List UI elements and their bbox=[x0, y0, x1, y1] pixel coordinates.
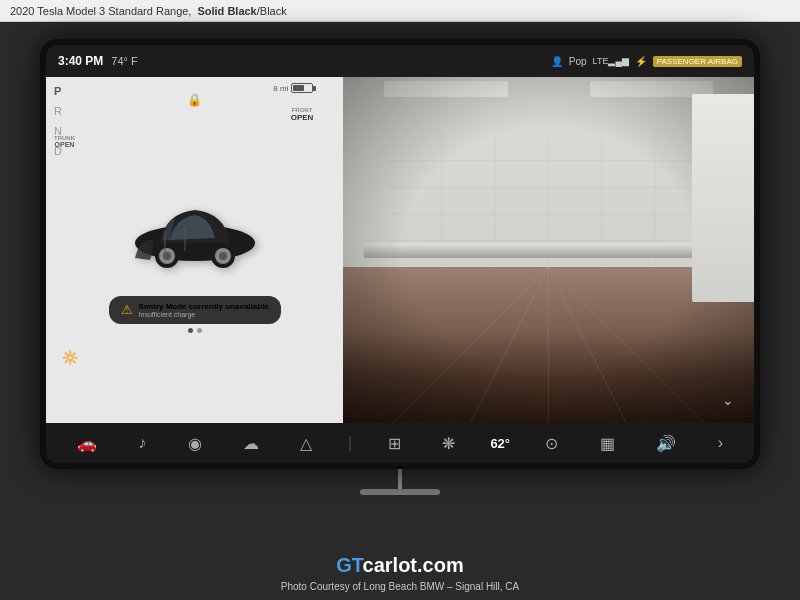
watermark-gt: GT bbox=[336, 554, 362, 576]
dot-2 bbox=[197, 328, 202, 333]
header-color1: Solid Black bbox=[197, 5, 256, 17]
rear-bumper bbox=[363, 243, 734, 258]
fan-icon[interactable]: ❋ bbox=[436, 430, 461, 457]
volume-icon[interactable]: 🔊 bbox=[650, 430, 682, 457]
signal-icon: LTE▂▄▆ bbox=[593, 56, 629, 66]
status-time: 3:40 PM bbox=[58, 54, 103, 68]
ceiling-light-left bbox=[384, 81, 507, 97]
left-door-label: TRUNK OPEN bbox=[54, 135, 75, 148]
watermark-carlot: carlot.com bbox=[363, 554, 464, 576]
watermark: GTcarlot.com bbox=[336, 554, 463, 577]
status-icons: 👤 Pop LTE▂▄▆ ⚡ PASSENGER AIRBAG bbox=[551, 56, 742, 67]
defrost-rear-icon[interactable]: ▦ bbox=[594, 430, 621, 457]
bottom-toolbar: 🚗 ♪ ◉ ☁ △ | ⊞ ❋ 62° ⊙ ▦ 🔊 › bbox=[46, 423, 754, 463]
status-bar: 3:40 PM 74° F 👤 Pop LTE▂▄▆ ⚡ PASSENGER A… bbox=[46, 45, 754, 77]
svg-line-21 bbox=[549, 267, 627, 423]
user-icon: 👤 bbox=[551, 56, 563, 67]
svg-line-18 bbox=[393, 267, 549, 423]
header-color2: Black bbox=[260, 5, 287, 17]
defrost-icon[interactable]: ⊙ bbox=[539, 430, 564, 457]
screen-bezel: 3:40 PM 74° F 👤 Pop LTE▂▄▆ ⚡ PASSENGER A… bbox=[40, 39, 760, 469]
sentry-title: Sentry Mode currently unavailable bbox=[139, 302, 269, 311]
svg-point-3 bbox=[163, 252, 171, 260]
screen-base bbox=[360, 489, 440, 495]
apps-icon[interactable]: △ bbox=[294, 430, 318, 457]
sentry-warning-content: Sentry Mode currently unavailable Insuff… bbox=[139, 302, 269, 318]
camera-arrow: ⌄ bbox=[722, 392, 734, 408]
seat-icon[interactable]: ⊞ bbox=[382, 430, 407, 457]
temp-display: 62° bbox=[490, 436, 510, 451]
page-header: 2020 Tesla Model 3 Standard Range, Solid… bbox=[0, 0, 800, 22]
main-content: 3:40 PM 74° F 👤 Pop LTE▂▄▆ ⚡ PASSENGER A… bbox=[0, 22, 800, 512]
lock-icon: 🔒 bbox=[187, 93, 202, 107]
camera-panel: ⌄ bbox=[343, 77, 754, 423]
airbag-label: PASSENGER AIRBAG bbox=[653, 56, 742, 67]
right-arrow-icon[interactable]: › bbox=[712, 430, 729, 456]
bluetooth-icon: ⚡ bbox=[635, 56, 647, 67]
screen-content: 3:40 PM 74° F 👤 Pop LTE▂▄▆ ⚡ PASSENGER A… bbox=[46, 45, 754, 463]
car-image bbox=[115, 188, 275, 288]
toolbar-divider: | bbox=[348, 434, 352, 452]
car-display: 🔒 FRONT OPEN TRUNK OPEN bbox=[54, 85, 335, 415]
sentry-sub: Insufficient charge bbox=[139, 311, 269, 318]
hazard-icon: 🔆 bbox=[62, 350, 78, 365]
car-icon[interactable]: 🚗 bbox=[71, 430, 103, 457]
left-panel: P R N D 8 mi 🔒 bbox=[46, 77, 343, 423]
music-icon[interactable]: ♪ bbox=[132, 430, 152, 456]
svg-line-22 bbox=[549, 267, 705, 423]
camera-icon[interactable]: ◉ bbox=[182, 430, 208, 457]
photo-credit: Photo Courtesy of Long Beach BMW – Signa… bbox=[281, 581, 519, 592]
camera-view: ⌄ bbox=[343, 77, 754, 423]
status-temp: 74° F bbox=[111, 55, 137, 67]
dot-1 bbox=[188, 328, 193, 333]
climate-icon[interactable]: ☁ bbox=[237, 430, 265, 457]
car-title: 2020 Tesla Model 3 Standard Range, bbox=[10, 5, 191, 17]
footer: GTcarlot.com Photo Courtesy of Long Beac… bbox=[0, 512, 800, 600]
sentry-warning: ⚠ Sentry Mode currently unavailable Insu… bbox=[109, 296, 281, 324]
svg-line-19 bbox=[471, 267, 549, 423]
screen-mount bbox=[398, 469, 402, 489]
screen-main: P R N D 8 mi 🔒 bbox=[46, 77, 754, 423]
user-name: Pop bbox=[569, 56, 587, 67]
svg-point-6 bbox=[219, 252, 227, 260]
warning-icon: ⚠ bbox=[121, 302, 133, 317]
front-door-label: FRONT OPEN bbox=[291, 107, 314, 122]
pagination bbox=[188, 328, 202, 333]
right-wall bbox=[692, 94, 754, 302]
